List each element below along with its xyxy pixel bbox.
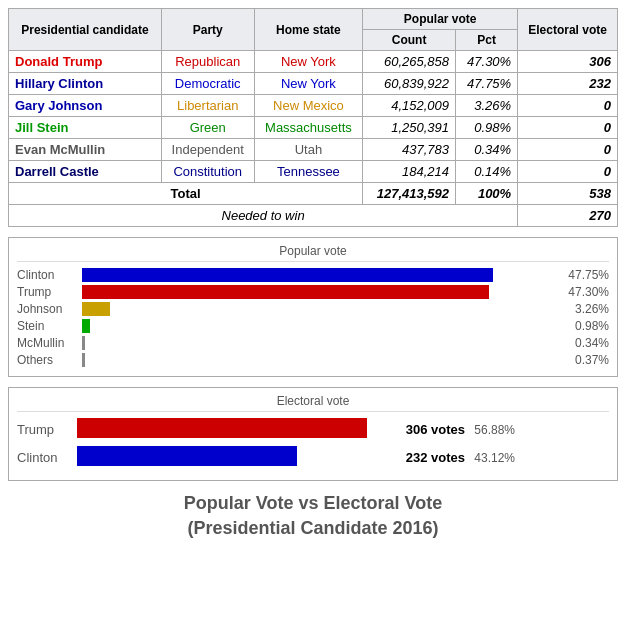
candidate-name: Gary Johnson	[9, 95, 162, 117]
bar-label: Johnson	[17, 302, 82, 316]
count-header: Count	[363, 30, 456, 51]
party-cell: Democratic	[161, 73, 254, 95]
ev-pct-label: 56.88%	[465, 423, 515, 437]
party-cell: Libertarian	[161, 95, 254, 117]
bar-container	[82, 336, 512, 350]
count-cell: 184,214	[363, 161, 456, 183]
count-cell: 60,839,922	[363, 73, 456, 95]
party-cell: Constitution	[161, 161, 254, 183]
pct-header: Pct	[456, 30, 518, 51]
ev-cell: 306	[518, 51, 618, 73]
ev-cell: 0	[518, 161, 618, 183]
popular-vote-header: Popular vote	[363, 9, 518, 30]
ev-header: Electoral vote	[518, 9, 618, 51]
popular-vote-bar-row: Clinton 47.75%	[17, 268, 609, 282]
ev-cell: 0	[518, 95, 618, 117]
bar-pct: 47.75%	[559, 268, 609, 282]
bar-pct: 0.98%	[559, 319, 609, 333]
ev-cell: 232	[518, 73, 618, 95]
popular-vote-chart: Popular vote Clinton 47.75% Trump 47.30%…	[8, 237, 618, 377]
ev-bar-container	[77, 446, 377, 469]
popular-vote-chart-title: Popular vote	[17, 244, 609, 262]
ev-cell: 0	[518, 117, 618, 139]
popular-vote-bar-row: Others 0.37%	[17, 353, 609, 367]
bar-container	[82, 319, 512, 333]
popular-vote-bar-row: Stein 0.98%	[17, 319, 609, 333]
page-title: Popular Vote vs Electoral Vote(President…	[8, 491, 618, 541]
total-label: Total	[9, 183, 363, 205]
ev-bar-row: Clinton 232 votes 43.12%	[17, 446, 609, 469]
popular-vote-bar-row: McMullin 0.34%	[17, 336, 609, 350]
needed-ev: 270	[518, 205, 618, 227]
popular-vote-bar-row: Johnson 3.26%	[17, 302, 609, 316]
electoral-vote-chart: Electoral vote Trump 306 votes 56.88% Cl…	[8, 387, 618, 481]
bar	[82, 285, 489, 299]
table-row: Donald Trump Republican New York 60,265,…	[9, 51, 618, 73]
table-row: Hillary Clinton Democratic New York 60,8…	[9, 73, 618, 95]
ev-bar-row: Trump 306 votes 56.88%	[17, 418, 609, 441]
count-cell: 4,152,009	[363, 95, 456, 117]
bar-label: Others	[17, 353, 82, 367]
bar	[82, 319, 90, 333]
ev-pct-label: 43.12%	[465, 451, 515, 465]
ev-votes-label: 232 votes	[385, 450, 465, 465]
bar	[82, 353, 85, 367]
popular-vote-bar-row: Trump 47.30%	[17, 285, 609, 299]
count-cell: 1,250,391	[363, 117, 456, 139]
candidate-name: Darrell Castle	[9, 161, 162, 183]
pct-cell: 47.30%	[456, 51, 518, 73]
pct-cell: 0.98%	[456, 117, 518, 139]
ev-bar	[77, 418, 367, 438]
table-row: Jill Stein Green Massachusetts 1,250,391…	[9, 117, 618, 139]
ev-cell: 0	[518, 139, 618, 161]
count-cell: 60,265,858	[363, 51, 456, 73]
state-cell: Massachusetts	[254, 117, 363, 139]
candidate-name: Donald Trump	[9, 51, 162, 73]
state-cell: New Mexico	[254, 95, 363, 117]
pct-cell: 0.14%	[456, 161, 518, 183]
needed-label: Needed to win	[9, 205, 518, 227]
total-pct: 100%	[456, 183, 518, 205]
candidate-header: Presidential candidate	[9, 9, 162, 51]
bar-pct: 0.34%	[559, 336, 609, 350]
election-table: Presidential candidate Party Home state …	[8, 8, 618, 227]
homestate-header: Home state	[254, 9, 363, 51]
ev-bar-label: Trump	[17, 422, 77, 437]
count-cell: 437,783	[363, 139, 456, 161]
bar-container	[82, 302, 512, 316]
electoral-vote-chart-title: Electoral vote	[17, 394, 609, 412]
candidate-name: Jill Stein	[9, 117, 162, 139]
bar-pct: 3.26%	[559, 302, 609, 316]
pct-cell: 47.75%	[456, 73, 518, 95]
pct-cell: 0.34%	[456, 139, 518, 161]
ev-bar-container	[77, 418, 377, 441]
table-row: Evan McMullin Independent Utah 437,783 0…	[9, 139, 618, 161]
table-row: Gary Johnson Libertarian New Mexico 4,15…	[9, 95, 618, 117]
candidate-name: Hillary Clinton	[9, 73, 162, 95]
bar-label: McMullin	[17, 336, 82, 350]
pct-cell: 3.26%	[456, 95, 518, 117]
bar-label: Trump	[17, 285, 82, 299]
bar-label: Clinton	[17, 268, 82, 282]
state-cell: New York	[254, 51, 363, 73]
bar-label: Stein	[17, 319, 82, 333]
party-header: Party	[161, 9, 254, 51]
state-cell: New York	[254, 73, 363, 95]
ev-votes-label: 306 votes	[385, 422, 465, 437]
bar	[82, 268, 493, 282]
ev-bar-label: Clinton	[17, 450, 77, 465]
candidate-name: Evan McMullin	[9, 139, 162, 161]
party-cell: Independent	[161, 139, 254, 161]
bar-container	[82, 268, 512, 282]
needed-row: Needed to win 270	[9, 205, 618, 227]
bar	[82, 302, 110, 316]
bar	[82, 336, 85, 350]
table-row: Darrell Castle Constitution Tennessee 18…	[9, 161, 618, 183]
total-ev: 538	[518, 183, 618, 205]
party-cell: Green	[161, 117, 254, 139]
bar-pct: 47.30%	[559, 285, 609, 299]
bar-container	[82, 285, 512, 299]
state-cell: Tennessee	[254, 161, 363, 183]
bar-pct: 0.37%	[559, 353, 609, 367]
total-row: Total 127,413,592 100% 538	[9, 183, 618, 205]
